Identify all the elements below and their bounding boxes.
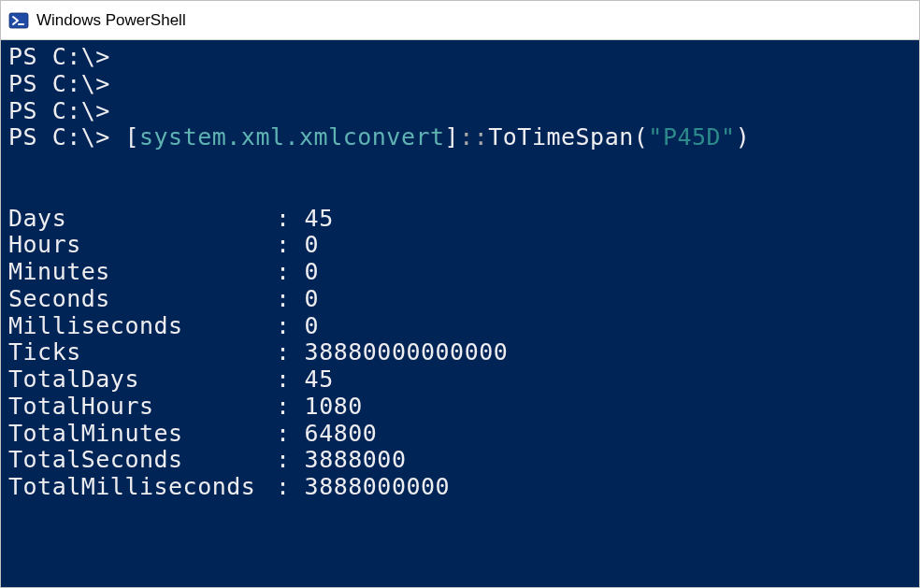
prompt-line: PS C:\> — [8, 43, 110, 70]
powershell-window: Windows PowerShell PS C:\> PS C:\> PS C:… — [0, 0, 920, 588]
output-sep: : — [276, 232, 305, 259]
output-row: TotalDays:45 — [8, 366, 912, 394]
output-sep: : — [276, 206, 305, 233]
cmd-close-bracket: ] — [445, 123, 460, 151]
cmd-open-paren: ( — [634, 123, 649, 151]
output-value: 0 — [305, 313, 320, 340]
output-key: TotalMilliseconds — [8, 474, 276, 501]
output-sep: : — [276, 339, 305, 366]
output-key: Ticks — [8, 339, 276, 366]
output-key: Hours — [8, 232, 276, 259]
output-value: 0 — [305, 232, 320, 259]
output-sep: : — [276, 474, 305, 501]
cmd-type-name: system.xml.xmlconvert — [139, 123, 445, 151]
output-key: TotalMinutes — [8, 421, 276, 448]
output-key: TotalHours — [8, 394, 276, 421]
cmd-close-paren: ) — [736, 123, 751, 151]
cmd-string-value: P45D — [663, 123, 721, 151]
output-key: Seconds — [8, 286, 276, 313]
output-sep: : — [276, 421, 305, 448]
output-row: Hours:0 — [8, 232, 912, 259]
terminal-body[interactable]: PS C:\> PS C:\> PS C:\> PS C:\> [system.… — [1, 40, 919, 587]
output-key: Milliseconds — [8, 313, 276, 340]
window-title: Windows PowerShell — [36, 11, 186, 30]
output-row: Seconds:0 — [8, 286, 912, 313]
output-value: 0 — [305, 259, 320, 286]
titlebar[interactable]: Windows PowerShell — [1, 1, 919, 40]
output-row: Minutes:0 — [8, 259, 912, 286]
prompt-line: PS C:\> — [8, 97, 110, 124]
output-sep: : — [276, 259, 305, 286]
output-row: Ticks:38880000000000 — [8, 339, 912, 366]
output-value: 64800 — [305, 421, 378, 448]
cmd-string-close: " — [721, 123, 736, 151]
cmd-method: ToTimeSpan — [488, 123, 634, 151]
output-key: Minutes — [8, 259, 276, 286]
cmd-string-open: " — [648, 123, 663, 151]
output-key: TotalDays — [8, 366, 276, 394]
output-sep: : — [276, 366, 305, 394]
output-value: 38880000000000 — [305, 339, 509, 366]
powershell-icon — [8, 10, 29, 31]
output-sep: : — [276, 313, 305, 340]
cmd-scope-op: :: — [459, 123, 488, 151]
output-sep: : — [276, 447, 305, 474]
output-sep: : — [276, 286, 305, 313]
output-row: Milliseconds:0 — [8, 313, 912, 340]
output-value: 3888000 — [305, 447, 407, 474]
output-row: TotalMinutes:64800 — [8, 421, 912, 448]
output-value: 45 — [305, 206, 334, 233]
prompt-line: PS C:\> — [8, 70, 110, 97]
output-value: 1080 — [305, 394, 363, 421]
output-value: 0 — [305, 286, 320, 313]
output-sep: : — [276, 394, 305, 421]
output-row: TotalSeconds:3888000 — [8, 447, 912, 474]
output-value: 3888000000 — [305, 474, 451, 501]
output-row: TotalHours:1080 — [8, 394, 912, 421]
output-key: TotalSeconds — [8, 447, 276, 474]
output-row: Days:45 — [8, 206, 912, 233]
output-key: Days — [8, 206, 276, 233]
cmd-open-bracket: [ — [124, 123, 139, 151]
output-value: 45 — [305, 366, 334, 394]
prompt-line: PS C:\> — [8, 123, 110, 151]
output-row: TotalMilliseconds:3888000000 — [8, 474, 912, 501]
